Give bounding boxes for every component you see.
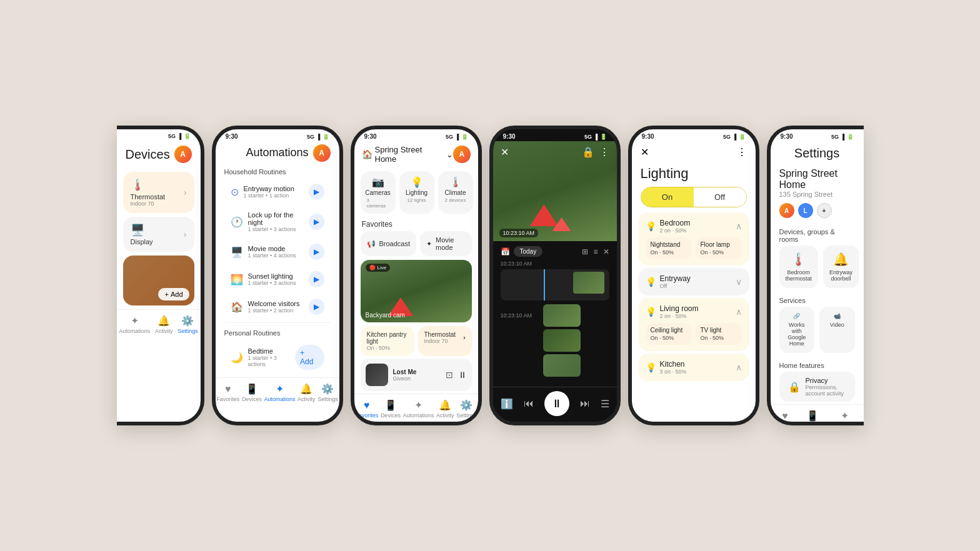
- nav-settings-2[interactable]: ⚙️ Settings: [318, 383, 338, 402]
- nav-automations-6[interactable]: ✦ Automations: [829, 410, 860, 425]
- nav-settings-3[interactable]: ⚙️ Settings: [456, 399, 477, 419]
- ceiling-light-card[interactable]: Ceiling light On · 50%: [646, 323, 692, 345]
- tv-light-card[interactable]: TV light On · 50%: [696, 323, 742, 345]
- nav-devices-2[interactable]: 📱 Devices: [242, 383, 262, 402]
- phone-home: 9:30 5G ▐ 🔋 🏠 Spring Street Home ⌄ A 📷 C…: [351, 126, 482, 425]
- tile-google-home[interactable]: 🔗 Works with Google Home: [779, 307, 815, 353]
- pause-icon[interactable]: ⏸: [458, 370, 467, 380]
- more-icon-5[interactable]: ⋮: [737, 146, 747, 158]
- off-button[interactable]: Off: [694, 187, 746, 207]
- nav-favorites-2[interactable]: ♥ Favorites: [216, 384, 239, 402]
- nav-activity-2[interactable]: 🔔 Activity: [298, 383, 316, 402]
- bottom-nav-1: ✦ Automations 🔔 Activity ⚙️ Settings: [117, 309, 201, 337]
- avatar-user1[interactable]: A: [779, 203, 794, 218]
- devices-groups-label: Devices, groups & rooms: [771, 224, 864, 246]
- avatar-2[interactable]: A: [313, 144, 331, 162]
- nightstand-card[interactable]: Nightstand On · 50%: [646, 237, 692, 259]
- room-chevron-bedroom: ∧: [736, 221, 742, 231]
- room-living[interactable]: 💡 Living room 2 on · 50% ∧ Ceiling light…: [638, 298, 749, 351]
- play-btn-3[interactable]: ▶: [309, 244, 324, 260]
- tile-thermostat[interactable]: 🌡️ Bedroom thermostat: [779, 246, 819, 288]
- close-icon[interactable]: ✕: [501, 146, 509, 158]
- nav-automations-2[interactable]: ✦ Automations: [264, 383, 295, 402]
- chip-climate[interactable]: 🌡️ Climate 2 devices: [438, 171, 473, 214]
- more-icon[interactable]: ⋮: [599, 146, 609, 158]
- on-button[interactable]: On: [641, 187, 694, 207]
- device-thermostat[interactable]: 🌡️ Thermostat Indoor 70 ›: [123, 172, 194, 213]
- thumb-2[interactable]: [501, 329, 609, 352]
- play-btn-5[interactable]: ▶: [309, 299, 324, 315]
- routine-welcome[interactable]: 🏠 Welcome visitors 1 starter • 2 action …: [222, 294, 333, 320]
- room-bedroom[interactable]: 💡 Bedroom 2 on · 50% ∧ Nightstand On · 5…: [638, 212, 749, 266]
- timeline-close-icon[interactable]: ✕: [603, 247, 609, 256]
- tile-doorbell[interactable]: 🔔 Entryway doorbell: [823, 246, 859, 288]
- play-btn-1[interactable]: ▶: [309, 184, 324, 200]
- routine-sunset[interactable]: 🌅 Sunset lighting 1 starter • 3 actions …: [222, 266, 333, 292]
- device-display[interactable]: 🖥️ Display ›: [123, 217, 194, 252]
- nav-devices-6[interactable]: 📱 Devices: [802, 410, 822, 425]
- info-icon[interactable]: ℹ️: [501, 398, 513, 410]
- timeline-track[interactable]: [501, 269, 609, 300]
- fav-broadcast[interactable]: 📢 Broadcast: [361, 231, 417, 256]
- nav-favorites-3[interactable]: ♥ Favorites: [355, 400, 378, 419]
- tile-video[interactable]: 📹 Video: [819, 307, 855, 353]
- nav-activity-3[interactable]: 🔔 Activity: [436, 399, 454, 419]
- next-icon[interactable]: ⏭: [580, 398, 590, 409]
- status-bar-3: 9:30 5G ▐ 🔋: [354, 129, 478, 141]
- grid-icon[interactable]: ⊞: [582, 247, 588, 256]
- chip-lighting[interactable]: 💡 Lighting 12 lights: [399, 171, 434, 214]
- nav-automations-3[interactable]: ✦ Automations: [402, 399, 434, 419]
- timeline-line: [544, 269, 545, 300]
- add-button[interactable]: + Add: [158, 288, 189, 300]
- avatar-user2[interactable]: L: [798, 203, 813, 218]
- activity-icon: 🔔: [158, 315, 170, 327]
- thumb-3[interactable]: [501, 354, 609, 377]
- floor-lamp-card[interactable]: Floor lamp On · 50%: [696, 237, 742, 259]
- privacy-row[interactable]: 🔒 Privacy Permissions, account activity: [779, 372, 855, 402]
- music-card[interactable]: Lost Me Giveon ⊡ ⏸: [361, 359, 472, 391]
- chip-cameras[interactable]: 📷 Cameras 3 cameras: [361, 171, 396, 214]
- avatar-1[interactable]: A: [174, 146, 192, 163]
- prev-icon[interactable]: ⏮: [524, 398, 534, 409]
- nav-devices-3[interactable]: 📱 Devices: [381, 399, 401, 419]
- play-btn-2[interactable]: ▶: [309, 214, 324, 230]
- add-member-button[interactable]: +: [817, 203, 832, 218]
- routine-icon-6: 🌙: [231, 352, 243, 364]
- mini-card-thermostat[interactable]: Thermostat Indoor 70 ›: [418, 326, 472, 356]
- camera-preview[interactable]: 🔴 Live Backyard cam: [361, 260, 472, 322]
- privacy-icon: 🔒: [788, 381, 801, 393]
- routine-movie[interactable]: 🖥️ Movie mode 1 starter • 4 actions ▶: [222, 239, 333, 265]
- display-name: Display: [131, 238, 153, 246]
- room-kitchen[interactable]: 💡 Kitchen 3 on · 50% ∧: [638, 354, 749, 381]
- routine-bedtime[interactable]: 🌙 Bedtime 1 starter • 3 actions + Add: [222, 340, 333, 375]
- signal-text-1: 5G: [168, 133, 176, 139]
- close-icon-5[interactable]: ✕: [641, 146, 649, 158]
- automations-icon: ✦: [131, 315, 139, 327]
- avatar-3[interactable]: A: [453, 146, 470, 163]
- routine-entryway[interactable]: ⊙ Entryway motion 1 starter • 1 action ▶: [222, 179, 333, 205]
- cast-icon[interactable]: ⊡: [446, 370, 453, 380]
- thumb-1[interactable]: 10:23:10 AM: [501, 304, 609, 327]
- play-btn-4[interactable]: ▶: [309, 271, 324, 287]
- today-chip[interactable]: Today: [514, 246, 543, 257]
- fav-movie-mode[interactable]: ✦ Movie mode: [420, 231, 471, 256]
- p1-header: Devices A: [117, 141, 201, 168]
- mini-card-kitchen[interactable]: Kitchen pantry light On · 50%: [361, 326, 414, 356]
- bottom-nav-6: ♥ Favorites 📱 Devices ✦ Automations: [771, 404, 864, 425]
- pause-button[interactable]: ⏸: [544, 391, 569, 416]
- nav-favorites-6[interactable]: ♥ Favorites: [773, 410, 796, 426]
- menu-icon[interactable]: ☰: [601, 398, 609, 410]
- doorbell-tile-icon: 🔔: [833, 252, 849, 267]
- nav-automations[interactable]: ✦ Automations: [119, 315, 150, 334]
- signal-2: 5G: [307, 134, 314, 140]
- device-mini-cards: Kitchen pantry light On · 50% Thermostat…: [354, 326, 478, 356]
- nav-activity[interactable]: 🔔 Activity: [155, 315, 173, 334]
- routine-icon-4: 🌅: [231, 274, 243, 285]
- nav-settings[interactable]: ⚙️ Settings: [178, 315, 198, 334]
- lighting-title: Lighting: [632, 163, 756, 187]
- thumb-inline: [573, 272, 604, 294]
- routine-lock[interactable]: 🕐 Lock up for the night 1 starter • 3 ac…: [222, 206, 333, 237]
- room-entryway[interactable]: 💡 Entryway Off ∨: [638, 268, 749, 295]
- list-icon[interactable]: ≡: [593, 247, 598, 256]
- play-btn-6[interactable]: + Add: [295, 345, 324, 370]
